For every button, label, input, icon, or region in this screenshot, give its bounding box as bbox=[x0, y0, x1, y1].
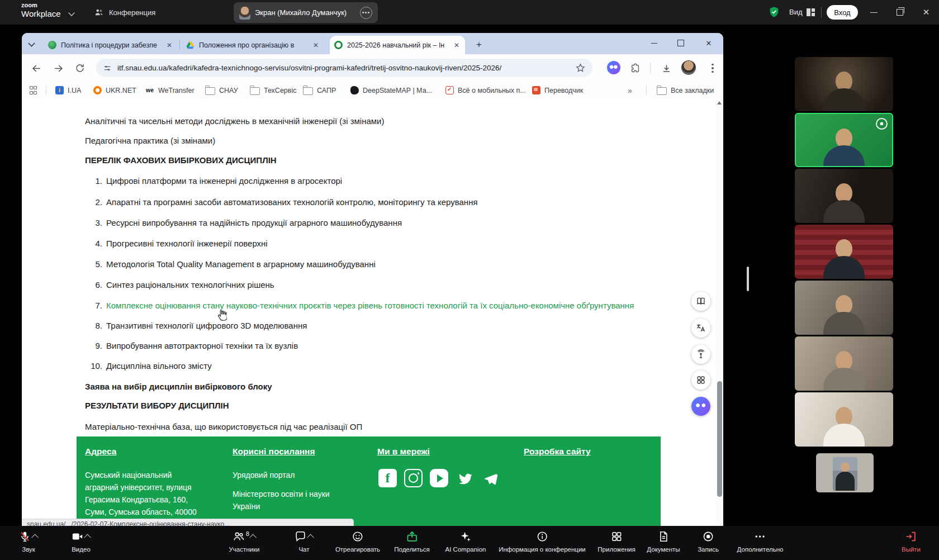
footer-address-title[interactable]: Адреса bbox=[85, 447, 116, 457]
downloads-icon[interactable] bbox=[659, 61, 674, 75]
list-item: 9.Випробування автотракторної техніки та… bbox=[88, 341, 298, 350]
browser-tab-1[interactable]: Політика і процедури забезпе ✕ bbox=[44, 36, 178, 54]
sidebar-scroll-handle[interactable] bbox=[747, 267, 749, 291]
apps-button[interactable]: Приложения bbox=[597, 530, 635, 553]
instagram-icon[interactable] bbox=[404, 469, 423, 487]
restore-button[interactable] bbox=[890, 0, 909, 25]
close-tab-icon[interactable]: ✕ bbox=[165, 41, 173, 49]
bookmark-deepstatemap[interactable]: DeepStateMAP | Ма... bbox=[350, 82, 432, 99]
video-button[interactable]: Видео bbox=[72, 530, 91, 553]
footer-dev-title[interactable]: Розробка сайту bbox=[524, 447, 591, 457]
page-scrollbar[interactable] bbox=[716, 99, 723, 529]
extensions-puzzle-icon[interactable] bbox=[628, 61, 642, 75]
chevron-up-icon[interactable] bbox=[84, 534, 91, 541]
address-bar[interactable]: itf.snau.edu.ua/kafedri/kafedra-texnichn… bbox=[96, 59, 592, 77]
assistant-bubble-icon[interactable] bbox=[691, 397, 710, 416]
bookmarks-overflow-chevron[interactable]: » bbox=[628, 82, 632, 99]
reader-book-icon[interactable] bbox=[691, 292, 710, 311]
participant-video[interactable] bbox=[795, 336, 893, 391]
minimize-button[interactable] bbox=[864, 0, 883, 25]
view-button[interactable]: Вид bbox=[789, 8, 803, 16]
tab-shared-screen[interactable]: Экран (Михайло Думанчук) ••• bbox=[234, 2, 378, 23]
twitter-icon[interactable] bbox=[456, 469, 474, 487]
ai-companion-button[interactable]: AI Companion bbox=[445, 530, 486, 553]
all-bookmarks-button[interactable]: Все закладки bbox=[657, 82, 714, 99]
translate-icon[interactable] bbox=[691, 319, 710, 338]
chevron-up-icon[interactable] bbox=[31, 534, 39, 541]
bookmark-mobile[interactable]: Всё о мобильных п... bbox=[445, 82, 526, 99]
participant-video-small[interactable] bbox=[816, 453, 874, 492]
mouse-cursor bbox=[217, 310, 227, 323]
site-settings-icon[interactable] bbox=[103, 64, 112, 73]
tab-meeting[interactable]: Конференция bbox=[94, 0, 155, 25]
participant-video[interactable] bbox=[795, 392, 893, 447]
bookmark-translator[interactable]: Переводчик bbox=[532, 82, 583, 99]
layout-icon[interactable] bbox=[807, 8, 815, 16]
bookmarks-bar: iI.UA UKR.NET weWeTransfer СНАУ ТехСерві… bbox=[22, 82, 723, 100]
participant-video[interactable] bbox=[795, 57, 893, 111]
browser-menu-icon[interactable] bbox=[706, 61, 719, 75]
browser-maximize-button[interactable] bbox=[670, 33, 692, 53]
profile-avatar[interactable] bbox=[681, 60, 696, 75]
chevron-up-icon[interactable] bbox=[307, 534, 314, 541]
record-icon bbox=[702, 530, 714, 543]
apps-grid-icon[interactable] bbox=[691, 371, 710, 390]
leave-meeting-button[interactable]: Выйти bbox=[902, 530, 921, 553]
record-button[interactable]: Запись bbox=[698, 530, 719, 553]
more-button[interactable]: Дополнительно bbox=[737, 530, 784, 553]
tab-title: 2025-2026 навчальний рік – Ін bbox=[347, 41, 448, 49]
bookmark-ukrnet[interactable]: UKR.NET bbox=[93, 82, 136, 99]
chat-button[interactable]: Чат bbox=[295, 530, 314, 553]
participant-video[interactable] bbox=[795, 225, 893, 279]
tab-search-icon[interactable] bbox=[28, 40, 35, 46]
scrollbar-thumb[interactable] bbox=[717, 381, 722, 497]
close-tab-icon[interactable]: ✕ bbox=[312, 41, 320, 49]
forward-icon[interactable] bbox=[51, 61, 65, 75]
browser-minimize-button[interactable] bbox=[643, 33, 665, 53]
meeting-info-button[interactable]: Информация о конференции bbox=[499, 530, 586, 553]
bookmark-iua[interactable]: iI.UA bbox=[55, 82, 81, 99]
documents-button[interactable]: Документы bbox=[647, 530, 680, 553]
footer-links-title[interactable]: Корисні посилання bbox=[233, 447, 315, 457]
reload-icon[interactable] bbox=[73, 61, 87, 75]
list-item-link[interactable]: 7.Комплексне оцінювання стану науково-те… bbox=[88, 301, 634, 310]
bookmark-folder-sapr[interactable]: САПР bbox=[303, 82, 336, 99]
chevron-down-icon[interactable] bbox=[68, 10, 75, 16]
login-button[interactable]: Вход bbox=[827, 5, 858, 20]
list-item: 4.Прогресивні технології інженерії повер… bbox=[88, 239, 268, 248]
footer-social-title[interactable]: Ми в мережі bbox=[377, 447, 430, 457]
footer-link[interactable]: Міністерство освіти і науки України bbox=[233, 488, 344, 512]
new-tab-button[interactable]: + bbox=[472, 38, 486, 51]
apps-grid-icon[interactable] bbox=[30, 82, 36, 99]
browser-tab-active[interactable]: 2025-2026 навчальний рік – Ін ✕ bbox=[330, 36, 465, 54]
audio-button[interactable]: Звук bbox=[19, 530, 39, 553]
url-text[interactable]: itf.snau.edu.ua/kafedri/kafedra-texnichn… bbox=[117, 64, 570, 72]
scroll-up-arrow[interactable] bbox=[717, 101, 722, 105]
bookmark-wetransfer[interactable]: weWeTransfer bbox=[146, 82, 195, 99]
tab-options-icon[interactable]: ••• bbox=[360, 7, 372, 19]
close-button[interactable]: ✕ bbox=[917, 0, 936, 25]
react-button[interactable]: Отреагировать bbox=[335, 530, 380, 553]
close-tab-icon[interactable]: ✕ bbox=[453, 41, 461, 49]
chevron-up-icon[interactable] bbox=[250, 534, 257, 541]
screen-reader-icon[interactable] bbox=[691, 345, 710, 364]
list-item: 6.Синтез раціональних технологічних ріше… bbox=[88, 280, 274, 290]
participant-video-active-speaker[interactable] bbox=[795, 113, 893, 167]
youtube-icon[interactable] bbox=[430, 469, 448, 487]
participant-video[interactable] bbox=[795, 281, 893, 335]
facebook-icon[interactable]: f bbox=[378, 469, 397, 487]
bookmark-folder-techservice[interactable]: ТехСервіс bbox=[250, 82, 296, 99]
participant-video[interactable] bbox=[795, 169, 893, 223]
google-drive-icon bbox=[186, 41, 195, 49]
browser-tab-2[interactable]: Положення про організацію в ✕ bbox=[182, 36, 324, 54]
browser-close-button[interactable]: ✕ bbox=[698, 33, 720, 53]
share-screen-button[interactable]: Поделиться bbox=[394, 530, 430, 553]
extension-assistant-icon[interactable] bbox=[607, 61, 620, 74]
footer-link[interactable]: Урядовий портал bbox=[233, 469, 295, 481]
bookmark-star-icon[interactable] bbox=[575, 63, 586, 73]
back-icon[interactable] bbox=[29, 61, 44, 75]
iua-icon: i bbox=[55, 86, 64, 94]
participants-button[interactable]: 8 Участники bbox=[229, 530, 260, 553]
bookmark-folder-snau[interactable]: СНАУ bbox=[205, 82, 238, 99]
telegram-icon[interactable] bbox=[481, 469, 500, 487]
